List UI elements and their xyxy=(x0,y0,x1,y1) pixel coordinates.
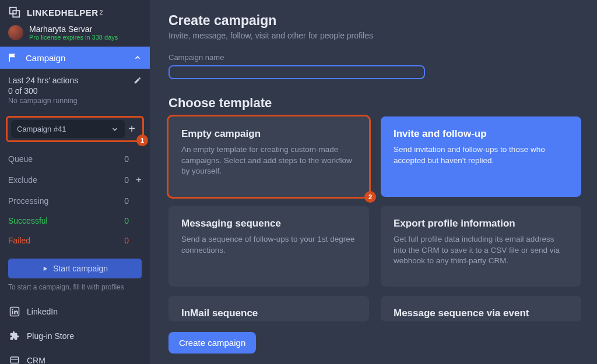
template-title: InMail sequence xyxy=(181,308,356,319)
nav-linkedin[interactable]: LinkedIn xyxy=(0,299,150,324)
templates-grid: 2 Empty campaign An empty template for c… xyxy=(168,116,584,321)
campaign-select-highlight: Campaign #41 + 1 xyxy=(6,116,144,142)
template-invite-follow-up[interactable]: Invite and follow-up Send invitation and… xyxy=(381,116,581,197)
nav-item-label: Plug-in Store xyxy=(27,331,74,341)
campaign-name-input[interactable] xyxy=(168,65,425,79)
status-exclude[interactable]: Exclude 0 + xyxy=(8,169,142,191)
nav-item-label: CRM xyxy=(27,356,45,364)
svg-marker-2 xyxy=(44,266,47,270)
nav-crm[interactable]: CRM xyxy=(0,348,150,364)
puzzle-icon xyxy=(9,331,20,341)
page-title: Create campaign xyxy=(168,13,584,29)
chevron-up-icon xyxy=(134,54,142,62)
template-title: Invite and follow-up xyxy=(394,128,568,140)
start-campaign-label: Start campaign xyxy=(53,264,108,273)
status-label: Queue xyxy=(8,154,106,164)
sidebar: LINKEDHELPER 2 Marharyta Servar Pro lice… xyxy=(0,0,150,364)
template-export-profile[interactable]: Export profile information Get full prof… xyxy=(381,206,581,287)
bottom-nav: LinkedIn Plug-in Store CRM xyxy=(0,299,150,364)
status-count: 0 xyxy=(106,196,129,206)
template-messaging-sequence[interactable]: Messaging sequence Send a sequence of fo… xyxy=(168,206,369,287)
start-campaign-button[interactable]: Start campaign xyxy=(8,259,142,278)
template-title: Empty campaign xyxy=(181,128,356,140)
status-processing[interactable]: Processing 0 xyxy=(8,191,142,211)
status-list: Queue 0 Exclude 0 + Processing 0 Success… xyxy=(0,147,150,255)
template-title: Export profile information xyxy=(394,218,568,229)
template-desc: Send a sequence of follow-ups to your 1s… xyxy=(181,234,356,256)
user-license: Pro license expires in 338 days xyxy=(29,34,118,41)
user-row[interactable]: Marharyta Servar Pro license expires in … xyxy=(0,22,150,47)
start-hint: To start a campaign, fill it with profil… xyxy=(0,283,150,299)
svg-rect-6 xyxy=(10,357,19,363)
create-campaign-label: Create campaign xyxy=(179,338,245,348)
template-desc: Get full profile data including its emai… xyxy=(394,234,568,267)
annotation-marker-1: 1 xyxy=(136,135,148,146)
status-count: 0 xyxy=(106,175,129,185)
status-label: Processing xyxy=(8,196,106,206)
status-count: 0 xyxy=(106,154,129,164)
status-label: Failed xyxy=(8,236,106,245)
page-subtitle: Invite, message, follow, visit and other… xyxy=(168,31,584,40)
template-title: Message sequence via event xyxy=(394,308,568,319)
svg-point-5 xyxy=(12,309,13,310)
status-count: 0 xyxy=(106,236,129,245)
template-inmail-sequence[interactable]: InMail sequence xyxy=(168,296,369,321)
flag-icon xyxy=(8,52,19,63)
status-label: Successful xyxy=(8,216,106,225)
brand-row: LINKEDHELPER 2 xyxy=(0,0,150,22)
avatar xyxy=(8,25,23,40)
add-icon[interactable]: + xyxy=(129,174,142,186)
status-successful[interactable]: Successful 0 xyxy=(8,211,142,231)
brand-icon xyxy=(8,6,21,19)
nav-campaign-label: Campaign xyxy=(26,53,134,63)
stats-block: Last 24 hrs' actions 0 of 300 No campaig… xyxy=(0,69,150,111)
stats-title: Last 24 hrs' actions xyxy=(8,76,134,85)
stats-count: 0 of 300 xyxy=(8,86,142,96)
choose-template-heading: Choose template xyxy=(168,96,584,111)
chevron-down-icon xyxy=(111,125,119,133)
status-failed[interactable]: Failed 0 xyxy=(8,231,142,250)
nav-item-label: LinkedIn xyxy=(27,307,58,316)
add-campaign-button[interactable]: + xyxy=(125,122,139,136)
template-title: Messaging sequence xyxy=(181,218,356,229)
brand-name: LINKEDHELPER xyxy=(27,8,99,17)
template-message-via-event[interactable]: Message sequence via event xyxy=(381,296,581,321)
brand-superscript: 2 xyxy=(100,9,103,16)
status-count: 0 xyxy=(106,216,129,225)
template-desc: Send invitation and follow-ups to those … xyxy=(394,144,568,166)
campaign-select[interactable]: Campaign #41 xyxy=(11,120,125,138)
nav-plugin-store[interactable]: Plug-in Store xyxy=(0,324,150,348)
crm-icon xyxy=(9,355,20,364)
status-queue[interactable]: Queue 0 xyxy=(8,149,142,169)
nav-campaign[interactable]: Campaign xyxy=(0,47,150,69)
main: Create campaign Invite, message, follow,… xyxy=(150,0,597,364)
campaign-name-label: Campaign name xyxy=(168,53,584,62)
annotation-marker-2: 2 xyxy=(364,191,376,203)
create-campaign-button[interactable]: Create campaign xyxy=(168,332,256,354)
campaign-select-value: Campaign #41 xyxy=(17,125,66,133)
template-desc: An empty template for creating custom-ma… xyxy=(181,144,356,177)
linkedin-icon xyxy=(9,306,20,317)
user-name: Marharyta Servar xyxy=(29,24,118,34)
status-label: Exclude xyxy=(8,175,106,185)
svg-rect-4 xyxy=(12,311,13,314)
template-empty-campaign[interactable]: Empty campaign An empty template for cre… xyxy=(168,116,369,197)
stats-status: No campaign running xyxy=(8,97,142,105)
play-icon xyxy=(42,266,48,272)
edit-icon[interactable] xyxy=(134,76,142,84)
